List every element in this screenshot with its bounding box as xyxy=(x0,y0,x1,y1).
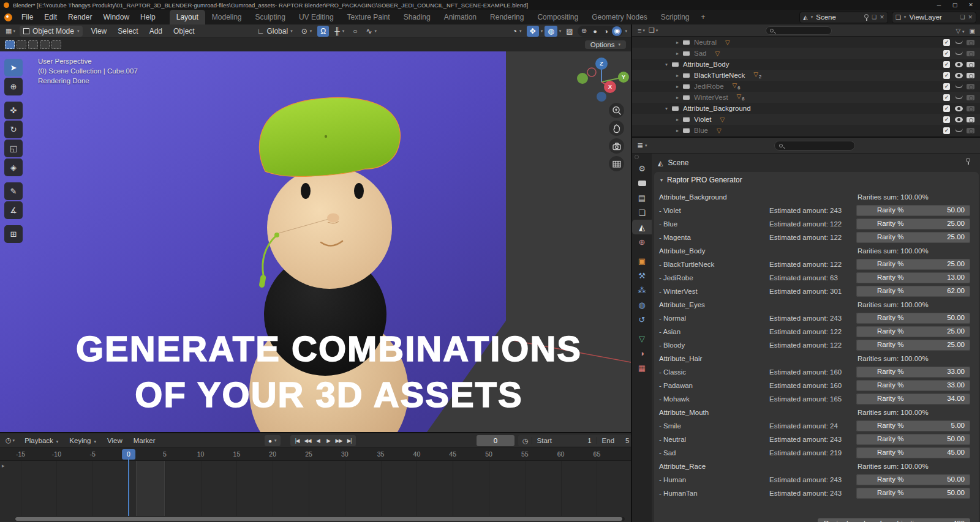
properties-editor-type-button[interactable]: ≣ ▾ xyxy=(637,141,647,150)
render-properties-tab[interactable] xyxy=(632,176,652,190)
chevron-down-icon[interactable]: ▾ xyxy=(559,29,562,34)
menu-edit[interactable]: Edit xyxy=(39,10,62,24)
visibility-checkbox[interactable]: ✓ xyxy=(943,50,950,57)
menu-file[interactable]: File xyxy=(16,10,39,24)
hide-in-viewport-icon[interactable] xyxy=(955,62,963,67)
tab-modeling[interactable]: Modeling xyxy=(205,10,249,24)
expand-arrow-icon[interactable]: ▸ xyxy=(674,117,681,122)
visibility-checkbox[interactable]: ✓ xyxy=(943,72,950,79)
navigation-gizmo[interactable]: Z X Y xyxy=(575,55,631,104)
options-button[interactable]: Options ▾ xyxy=(585,40,626,49)
select-mode-extend-button[interactable] xyxy=(17,40,26,49)
rotate-tool-button[interactable]: ↻ xyxy=(4,121,23,138)
pivot-point-dropdown[interactable]: ⊙ ▾ xyxy=(298,26,315,37)
orthographic-toggle-button[interactable] xyxy=(609,156,624,171)
rarity-slider[interactable]: Rarity %33.00 xyxy=(856,367,970,378)
axis-neg-y-ball[interactable] xyxy=(587,68,596,76)
timeline-menu-marker[interactable]: Marker xyxy=(128,433,161,448)
desired-combinations-field[interactable]: Desired number of combinations 486 xyxy=(818,518,970,522)
select-box-tool-button[interactable]: ➤ xyxy=(4,59,23,76)
rendered-shading-button[interactable]: ◉ xyxy=(612,26,622,36)
remove-viewlayer-icon[interactable]: ✕ xyxy=(968,14,973,20)
constraints-properties-tab[interactable]: ↺ xyxy=(632,312,652,327)
visibility-checkbox[interactable]: ✓ xyxy=(943,105,950,112)
outliner-row-attribute-background[interactable]: ▾Attribute_Background✓ xyxy=(632,103,980,114)
tab-layout[interactable]: Layout xyxy=(170,10,205,24)
viewport-menu-select[interactable]: Select xyxy=(112,24,143,39)
select-mode-intersect-button[interactable] xyxy=(51,40,61,49)
particles-properties-tab[interactable]: ⁂ xyxy=(632,283,652,297)
menu-render[interactable]: Render xyxy=(62,10,97,24)
tab-sculpting[interactable]: Sculpting xyxy=(249,10,292,24)
rarity-slider[interactable]: Rarity %25.00 xyxy=(856,232,970,243)
proportional-falloff-dropdown[interactable]: ∿ ▾ xyxy=(363,26,380,37)
zoom-button[interactable] xyxy=(609,103,624,118)
outliner-row-violet[interactable]: ▸Violet▽✓ xyxy=(632,114,980,125)
physics-properties-tab[interactable]: ◍ xyxy=(632,297,652,312)
expand-arrow-icon[interactable]: ▸ xyxy=(674,73,681,78)
tab-scripting[interactable]: Scripting xyxy=(654,10,696,24)
visibility-checkbox[interactable]: ✓ xyxy=(943,83,950,90)
output-properties-tab[interactable]: ▤ xyxy=(632,190,652,205)
timeline-editor-type-button[interactable]: ◷ ▾ xyxy=(4,436,17,444)
select-mode-subtract-button[interactable] xyxy=(28,40,38,49)
modifiers-properties-tab[interactable]: ⚒ xyxy=(632,268,652,283)
tab-geometry-nodes[interactable]: Geometry Nodes xyxy=(585,10,654,24)
gizmos-toggle-button[interactable]: ✥ xyxy=(527,26,539,37)
add-workspace-button[interactable]: + xyxy=(696,10,710,24)
measure-tool-button[interactable]: ∡ xyxy=(4,201,23,219)
tool-properties-tab[interactable]: ⚙ xyxy=(632,161,652,176)
expand-arrow-icon[interactable]: ▸ xyxy=(674,51,681,56)
transform-orientation-dropdown[interactable]: ∟ Global ▾ xyxy=(254,26,296,37)
viewport-menu-object[interactable]: Object xyxy=(168,24,200,39)
solid-shading-button[interactable]: ● xyxy=(590,26,600,36)
overlays-toggle-button[interactable]: ◍ xyxy=(545,26,557,37)
disable-in-renders-icon[interactable] xyxy=(967,117,974,122)
scale-tool-button[interactable]: ◱ xyxy=(4,140,23,157)
chevron-down-icon[interactable]: ▾ xyxy=(541,29,543,34)
viewport-editor-type-button[interactable]: ▦ ▾ xyxy=(4,27,17,35)
scene-selector[interactable]: ◭ ▾ Scene ❏ ✕ xyxy=(799,12,888,23)
current-frame-field[interactable]: 0 xyxy=(477,435,514,446)
viewport-menu-view[interactable]: View xyxy=(85,24,112,39)
timeline-scrollbar[interactable] xyxy=(15,517,625,521)
rarity-slider[interactable]: Rarity %5.00 xyxy=(856,420,970,431)
blender-menu-button[interactable] xyxy=(0,10,16,24)
timeline-menu-playback[interactable]: Playback▾ xyxy=(19,433,64,448)
menu-window[interactable]: Window xyxy=(97,10,135,24)
jump-to-start-button[interactable]: |◀ xyxy=(292,435,302,446)
outliner-display-mode-button[interactable]: ❏ ▾ xyxy=(647,26,660,34)
outliner-row-sad[interactable]: ▸Sad▽✓ xyxy=(632,48,980,59)
tab-texture-paint[interactable]: Texture Paint xyxy=(341,10,397,24)
disable-in-renders-icon[interactable] xyxy=(967,95,974,100)
timeline-menu-view[interactable]: View xyxy=(102,433,128,448)
snap-settings-dropdown[interactable]: ╫ ▾ xyxy=(331,26,347,37)
visibility-checkbox[interactable]: ✓ xyxy=(943,39,950,46)
rarity-slider[interactable]: Rarity %13.00 xyxy=(856,272,970,283)
material-properties-tab[interactable]: ◑ xyxy=(632,346,652,360)
minimize-button[interactable]: ─ xyxy=(931,0,947,10)
unlink-scene-icon[interactable]: ✕ xyxy=(880,14,884,20)
proportional-editing-button[interactable]: ○ xyxy=(350,26,360,37)
jump-to-end-button[interactable]: ▶| xyxy=(344,435,354,446)
move-tool-button[interactable]: ✜ xyxy=(4,102,23,119)
tab-compositing[interactable]: Compositing xyxy=(530,10,585,24)
new-collection-button[interactable]: ▣ xyxy=(970,28,975,34)
visibility-dropdown[interactable]: ◔ ▾ xyxy=(510,26,525,37)
world-properties-tab[interactable]: ⊕ xyxy=(632,234,652,249)
timeline-scrollbar-thumb[interactable] xyxy=(15,517,622,521)
timeline-menu-keying[interactable]: Keying▾ xyxy=(64,433,102,448)
playhead[interactable] xyxy=(128,458,129,516)
viewport-canvas[interactable]: GENERATE COMBINATIONS OF YOUR 3D ASSETS … xyxy=(0,51,631,432)
play-button[interactable]: ▶ xyxy=(323,435,333,446)
hide-in-viewport-icon[interactable] xyxy=(955,95,963,99)
tab-uv-editing[interactable]: UV Editing xyxy=(292,10,341,24)
visibility-checkbox[interactable]: ✓ xyxy=(943,127,950,134)
visibility-checkbox[interactable]: ✓ xyxy=(943,61,950,68)
tab-shading[interactable]: Shading xyxy=(397,10,437,24)
rarity-slider[interactable]: Rarity %25.00 xyxy=(856,259,970,270)
hide-in-viewport-icon[interactable] xyxy=(955,129,963,132)
end-frame-field[interactable]: End 5 xyxy=(597,437,631,444)
rarity-slider[interactable]: Rarity %50.00 xyxy=(856,205,970,216)
menu-help[interactable]: Help xyxy=(135,10,161,24)
